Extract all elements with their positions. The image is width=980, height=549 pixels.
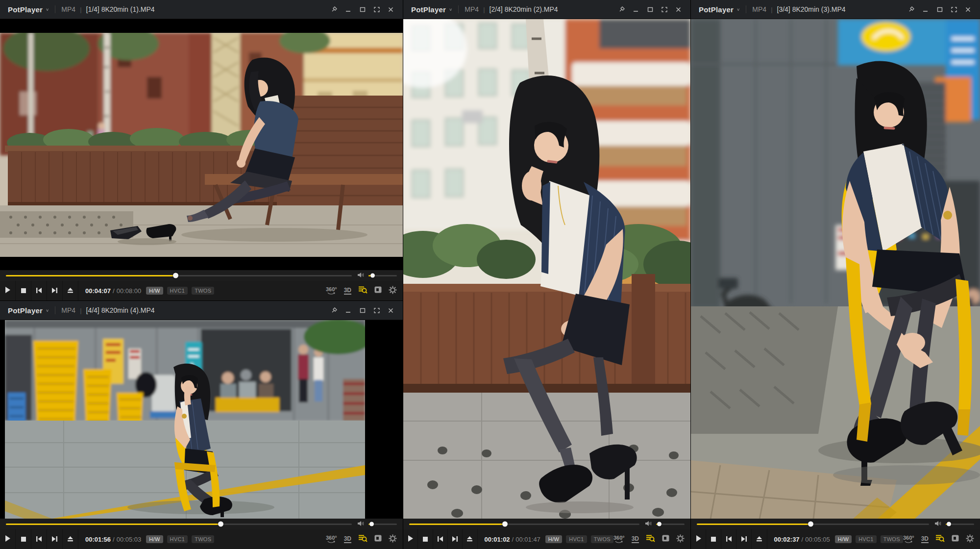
- close-button[interactable]: [384, 303, 398, 317]
- minimize-button[interactable]: [341, 303, 355, 317]
- eject-button[interactable]: [752, 529, 767, 549]
- playlist-search-button[interactable]: [935, 534, 945, 544]
- 360-rotation-button[interactable]: 360°: [326, 287, 337, 295]
- fullscreen-button[interactable]: [369, 2, 384, 16]
- potplayer-window-3: PotPlayer ∨ MP4 | [3/4] 8K20min (3).MP4: [691, 0, 980, 549]
- speaker-icon[interactable]: [358, 271, 365, 280]
- pin-button[interactable]: [904, 2, 918, 16]
- volume-thumb[interactable]: [370, 274, 375, 278]
- pin-button[interactable]: [327, 2, 341, 16]
- settings-button[interactable]: [389, 286, 397, 296]
- close-button[interactable]: [671, 2, 686, 16]
- skip-next-button[interactable]: [448, 529, 463, 549]
- titlebar[interactable]: PotPlayer ∨ MP4 | [2/4] 8K20min (2).MP4: [403, 0, 690, 19]
- play-button[interactable]: [403, 529, 418, 549]
- maximize-button[interactable]: [355, 303, 369, 317]
- video-area[interactable]: [403, 19, 690, 519]
- skip-prev-button[interactable]: [433, 529, 448, 549]
- eject-button[interactable]: [63, 529, 78, 549]
- maximize-button[interactable]: [932, 2, 947, 16]
- osd-panel-button[interactable]: [374, 286, 382, 295]
- seek-thumb[interactable]: [218, 522, 223, 527]
- eject-button[interactable]: [463, 529, 477, 549]
- play-button[interactable]: [691, 529, 706, 549]
- speaker-icon[interactable]: [645, 520, 653, 528]
- close-button[interactable]: [384, 2, 398, 16]
- fullscreen-button[interactable]: [947, 2, 961, 16]
- 360-rotation-button[interactable]: 360°: [613, 535, 625, 543]
- pin-button[interactable]: [327, 303, 341, 317]
- play-button[interactable]: [0, 529, 16, 549]
- playlist-search-button[interactable]: [358, 534, 368, 544]
- 3d-button[interactable]: 3D: [632, 536, 639, 543]
- seek-thumb[interactable]: [173, 273, 178, 278]
- 360-rotation-button[interactable]: 360°: [903, 535, 914, 543]
- eject-button[interactable]: [63, 281, 78, 300]
- volume-slider[interactable]: [368, 524, 397, 525]
- titlebar[interactable]: PotPlayer ∨ MP4 | [4/4] 8K20min (4).MP4: [0, 301, 403, 320]
- seek-bar[interactable]: [409, 524, 639, 525]
- app-menu-button[interactable]: PotPlayer ∨: [8, 5, 49, 14]
- play-button[interactable]: [0, 281, 16, 300]
- 3d-button[interactable]: 3D: [344, 536, 351, 543]
- titlebar[interactable]: PotPlayer ∨ MP4 | [1/4] 8K20min (1).MP4: [0, 0, 403, 19]
- 3d-button[interactable]: 3D: [921, 536, 929, 543]
- speaker-icon[interactable]: [358, 520, 365, 528]
- minimize-button[interactable]: [629, 2, 643, 16]
- stop-button[interactable]: [418, 529, 433, 549]
- skip-prev-button[interactable]: [721, 529, 736, 549]
- volume-thumb[interactable]: [657, 522, 662, 526]
- maximize-button[interactable]: [643, 2, 657, 16]
- titlebar[interactable]: PotPlayer ∨ MP4 | [3/4] 8K20min (3).MP4: [691, 0, 980, 19]
- playlist-search-button[interactable]: [646, 534, 655, 544]
- skip-next-button[interactable]: [736, 529, 752, 549]
- skip-next-button[interactable]: [47, 281, 63, 300]
- playlist-search-button[interactable]: [358, 286, 368, 296]
- skip-prev-button[interactable]: [31, 281, 47, 300]
- volume-thumb[interactable]: [947, 522, 951, 526]
- app-menu-button[interactable]: PotPlayer ∨: [699, 5, 740, 14]
- skip-prev-button[interactable]: [31, 529, 47, 549]
- osd-panel-button[interactable]: [662, 535, 669, 544]
- stop-button[interactable]: [706, 529, 721, 549]
- minimize-button[interactable]: [918, 2, 932, 16]
- settings-button[interactable]: [966, 534, 974, 545]
- volume-slider[interactable]: [368, 275, 397, 276]
- fullscreen-button[interactable]: [369, 303, 384, 317]
- close-button[interactable]: [961, 2, 975, 16]
- seek-bar[interactable]: [6, 524, 352, 525]
- pin-button[interactable]: [614, 2, 629, 16]
- 3d-button[interactable]: 3D: [344, 287, 351, 295]
- seek-bar[interactable]: [697, 524, 929, 525]
- 360-label: 360°: [326, 287, 337, 292]
- volume-slider[interactable]: [656, 524, 685, 525]
- osd-panel-icon: [952, 535, 959, 544]
- stop-button[interactable]: [16, 281, 31, 300]
- stop-button[interactable]: [16, 529, 31, 549]
- app-menu-button[interactable]: PotPlayer ∨: [8, 306, 49, 315]
- seek-thumb[interactable]: [808, 522, 813, 527]
- minimize-button[interactable]: [341, 2, 355, 16]
- video-area[interactable]: [0, 19, 403, 270]
- settings-button[interactable]: [676, 534, 685, 545]
- eject-icon: [68, 287, 73, 295]
- 360-rotation-button[interactable]: 360°: [326, 535, 337, 543]
- seek-bar[interactable]: [6, 275, 352, 276]
- control-bar: 00:02:37 / 00:05:05 H/W HVC1 TWOS 360° 3…: [691, 529, 980, 549]
- maximize-button[interactable]: [355, 2, 369, 16]
- settings-button[interactable]: [389, 534, 397, 545]
- speaker-icon[interactable]: [935, 520, 942, 528]
- app-menu-button[interactable]: PotPlayer ∨: [411, 5, 452, 14]
- video-area[interactable]: [691, 19, 980, 519]
- osd-panel-button[interactable]: [374, 535, 382, 544]
- fullscreen-button[interactable]: [657, 2, 671, 16]
- skip-next-button[interactable]: [47, 529, 63, 549]
- volume-slider[interactable]: [946, 524, 974, 525]
- osd-panel-button[interactable]: [952, 535, 959, 544]
- volume-thumb[interactable]: [369, 522, 374, 526]
- seek-thumb[interactable]: [502, 522, 508, 527]
- right-controls: 360° 3D: [326, 529, 403, 549]
- video-area[interactable]: [0, 320, 403, 519]
- hw-badge: H/W: [146, 287, 163, 295]
- minimize-icon: [923, 7, 928, 12]
